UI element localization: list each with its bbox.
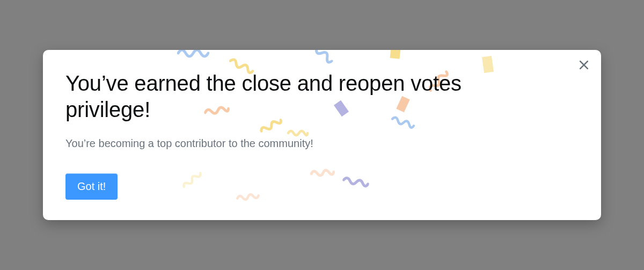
got-it-button[interactable]: Got it! <box>65 173 118 200</box>
modal-title: You’ve earned the close and reopen votes… <box>65 70 506 123</box>
close-button[interactable] <box>576 59 591 74</box>
privilege-modal: You’ve earned the close and reopen votes… <box>43 50 601 221</box>
close-icon <box>580 61 588 71</box>
modal-subtitle: You’re becoming a top contributor to the… <box>65 137 579 150</box>
modal-content: You’ve earned the close and reopen votes… <box>65 70 579 200</box>
